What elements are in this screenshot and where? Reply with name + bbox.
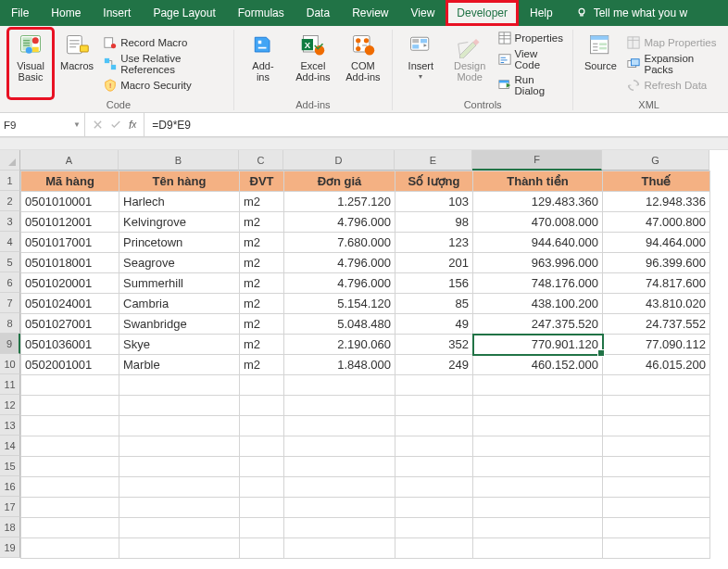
cell-G16[interactable] (603, 477, 710, 498)
cell-G11[interactable] (603, 375, 710, 396)
column-header-D[interactable]: D (283, 150, 395, 171)
cell-F19[interactable] (473, 538, 603, 559)
row-header-14[interactable]: 14 (0, 436, 20, 456)
cell-D8[interactable]: 5.048.480 (284, 314, 395, 335)
row-header-5[interactable]: 5 (0, 252, 20, 272)
row-header-10[interactable]: 10 (0, 354, 20, 374)
cell-G8[interactable]: 24.737.552 (603, 314, 710, 335)
cell-E1[interactable]: Số lượng (395, 171, 473, 192)
cell-D15[interactable] (284, 457, 395, 477)
cell-C2[interactable]: m2 (240, 192, 284, 212)
cell-C13[interactable] (240, 416, 284, 436)
cell-D17[interactable] (284, 498, 395, 518)
cell-E17[interactable] (395, 498, 473, 518)
cell-D7[interactable]: 5.154.120 (284, 294, 395, 314)
cell-D6[interactable]: 4.796.000 (284, 273, 395, 294)
cell-A9[interactable]: 0501036001 (21, 335, 119, 355)
cell-D1[interactable]: Đơn giá (284, 171, 395, 192)
excel-addins-button[interactable]: X Excel Add-ins (290, 30, 336, 97)
cell-B19[interactable] (119, 538, 240, 559)
cell-A8[interactable]: 0501027001 (21, 314, 119, 335)
cell-E11[interactable] (395, 375, 473, 396)
cell-G7[interactable]: 43.810.020 (603, 294, 710, 314)
cell-F13[interactable] (473, 416, 603, 436)
cell-C14[interactable] (240, 436, 284, 457)
cell-C12[interactable] (240, 396, 284, 416)
cell-G5[interactable]: 96.399.600 (603, 253, 710, 273)
cell-E4[interactable]: 123 (395, 233, 473, 253)
cell-D14[interactable] (284, 436, 395, 457)
cell-G1[interactable]: Thuế (603, 171, 710, 192)
cancel-formula-button[interactable] (93, 120, 103, 130)
cell-A16[interactable] (21, 477, 119, 498)
cell-E13[interactable] (395, 416, 473, 436)
cell-F18[interactable] (473, 518, 603, 538)
cell-C7[interactable]: m2 (240, 294, 284, 314)
use-relative-references-button[interactable]: Use Relative References (102, 52, 228, 76)
cell-B14[interactable] (119, 436, 240, 457)
cell-A4[interactable]: 0501017001 (21, 233, 119, 253)
cell-C8[interactable]: m2 (240, 314, 284, 335)
cell-D9[interactable]: 2.190.060 (284, 335, 395, 355)
macros-button[interactable]: Macros (56, 30, 98, 97)
cell-B1[interactable]: Tên hàng (119, 171, 240, 192)
cell-D11[interactable] (284, 375, 395, 396)
cell-E8[interactable]: 49 (395, 314, 473, 335)
record-macro-button[interactable]: Record Macro (102, 35, 228, 50)
cell-B3[interactable]: Kelvingrove (119, 212, 240, 233)
tab-insert[interactable]: Insert (92, 0, 142, 26)
cell-G10[interactable]: 46.015.200 (603, 355, 710, 375)
cell-D3[interactable]: 4.796.000 (284, 212, 395, 233)
tab-home[interactable]: Home (40, 0, 92, 26)
cell-F1[interactable]: Thành tiền (473, 171, 603, 192)
cell-E18[interactable] (395, 518, 473, 538)
expansion-packs-button[interactable]: Expansion Packs (625, 52, 719, 76)
cell-E19[interactable] (395, 538, 473, 559)
cell-G6[interactable]: 74.817.600 (603, 273, 710, 294)
cell-A10[interactable]: 0502001001 (21, 355, 119, 375)
row-header-15[interactable]: 15 (0, 456, 20, 476)
cell-A7[interactable]: 0501024001 (21, 294, 119, 314)
cell-B16[interactable] (119, 477, 240, 498)
cell-B5[interactable]: Seagrove (119, 253, 240, 273)
tab-data[interactable]: Data (295, 0, 341, 26)
cell-E16[interactable] (395, 477, 473, 498)
cell-A14[interactable] (21, 436, 119, 457)
cell-A13[interactable] (21, 416, 119, 436)
cell-C6[interactable]: m2 (240, 273, 284, 294)
cell-B12[interactable] (119, 396, 240, 416)
cell-F15[interactable] (473, 457, 603, 477)
cell-F11[interactable] (473, 375, 603, 396)
cell-G9[interactable]: 77.090.112 (603, 335, 710, 355)
cell-E2[interactable]: 103 (395, 192, 473, 212)
row-header-2[interactable]: 2 (0, 191, 20, 211)
source-button[interactable]: Source (579, 30, 621, 97)
cell-E9[interactable]: 352 (395, 335, 473, 355)
cell-A12[interactable] (21, 396, 119, 416)
row-header-11[interactable]: 11 (0, 374, 20, 395)
cell-D4[interactable]: 7.680.000 (284, 233, 395, 253)
row-header-1[interactable]: 1 (0, 171, 20, 191)
cell-D16[interactable] (284, 477, 395, 498)
column-header-C[interactable]: C (239, 150, 283, 171)
cell-E5[interactable]: 201 (395, 253, 473, 273)
cell-E14[interactable] (395, 436, 473, 457)
cell-B7[interactable]: Cambria (119, 294, 240, 314)
tab-view[interactable]: View (400, 0, 446, 26)
cell-E10[interactable]: 249 (395, 355, 473, 375)
cell-B8[interactable]: Swanbridge (119, 314, 240, 335)
cell-F14[interactable] (473, 436, 603, 457)
insert-control-button[interactable]: Insert ▾ (398, 30, 444, 97)
cell-B17[interactable] (119, 498, 240, 518)
design-mode-button[interactable]: Design Mode (447, 30, 493, 97)
run-dialog-button[interactable]: Run Dialog (496, 73, 568, 97)
cell-C9[interactable]: m2 (240, 335, 284, 355)
cell-A17[interactable] (21, 498, 119, 518)
tab-review[interactable]: Review (341, 0, 399, 26)
cell-F7[interactable]: 438.100.200 (473, 294, 603, 314)
cell-C4[interactable]: m2 (240, 233, 284, 253)
cell-D10[interactable]: 1.848.000 (284, 355, 395, 375)
cell-F3[interactable]: 470.008.000 (473, 212, 603, 233)
cell-G4[interactable]: 94.464.000 (603, 233, 710, 253)
cell-A15[interactable] (21, 457, 119, 477)
